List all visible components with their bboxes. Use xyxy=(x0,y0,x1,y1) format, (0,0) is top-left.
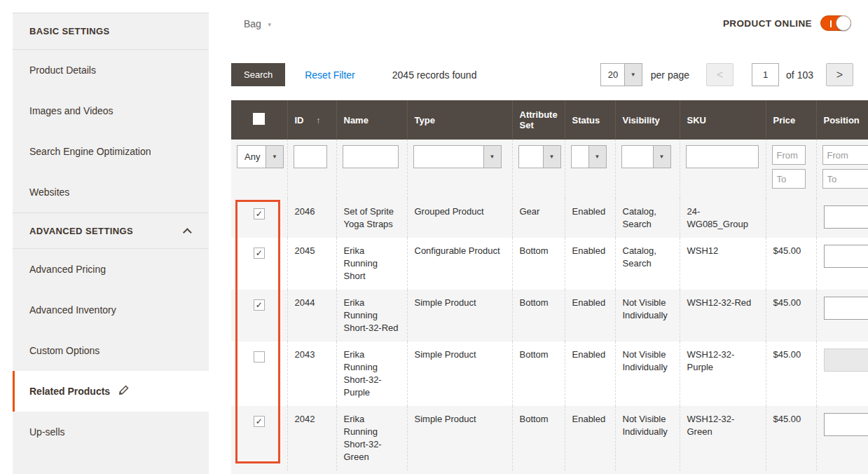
column-header-position[interactable]: Position xyxy=(816,100,868,140)
filter-type-select[interactable]: ▼ xyxy=(413,145,502,168)
cell-id: 2042 xyxy=(287,406,336,470)
reset-filter-link[interactable]: Reset Filter xyxy=(305,69,355,81)
filter-status-select[interactable]: ▼ xyxy=(571,145,607,168)
cell-status: Enabled xyxy=(565,238,615,290)
sidebar-item-websites[interactable]: Websites xyxy=(13,172,209,212)
filter-attribute-set-select[interactable]: ▼ xyxy=(518,145,561,168)
column-header-id[interactable]: ID ↑ xyxy=(287,100,336,140)
row-checkbox[interactable]: ✓ xyxy=(254,299,265,311)
table-row: 2043 Erika Running Short-32-Purple Simpl… xyxy=(231,341,868,406)
column-header-sku[interactable]: SKU xyxy=(680,100,766,140)
scope-selector[interactable]: Bag ▼ xyxy=(244,18,273,29)
sidebar-item-related-products[interactable]: Related Products xyxy=(13,371,209,412)
cell-price: $45.00 xyxy=(766,290,816,341)
sidebar-item-images-videos[interactable]: Images and Videos xyxy=(13,90,209,131)
toggle-knob[interactable] xyxy=(836,15,851,31)
sidebar-item-product-details[interactable]: Product Details xyxy=(13,50,209,90)
cell-type: Configurable Product xyxy=(407,238,512,290)
cell-attribute-set: Bottom xyxy=(512,406,565,470)
column-header-price[interactable]: Price xyxy=(766,100,816,140)
cell-visibility: Not Visible Individually xyxy=(615,341,680,406)
cell-id: 2045 xyxy=(287,238,336,290)
position-input[interactable] xyxy=(824,297,868,320)
per-page-select[interactable]: 20 ▼ xyxy=(600,63,642,86)
search-button[interactable]: Search xyxy=(231,63,285,86)
caret-down-icon: ▼ xyxy=(483,146,501,168)
previous-page-button[interactable]: < xyxy=(706,63,733,86)
caret-down-icon: ▼ xyxy=(653,146,670,168)
related-products-panel: Bag ▼ PRODUCT ONLINE Search Reset Filter… xyxy=(231,0,868,474)
section-advanced-settings[interactable]: ADVANCED SETTINGS xyxy=(13,212,209,249)
cell-price xyxy=(766,198,816,238)
filter-position-from-input[interactable] xyxy=(822,145,868,165)
cell-type: Simple Product xyxy=(407,406,512,470)
chevron-up-icon[interactable] xyxy=(183,228,192,237)
sidebar-item-up-sells[interactable]: Up-sells xyxy=(13,412,209,452)
chevron-left-icon: < xyxy=(717,69,723,81)
filter-position-to-input[interactable] xyxy=(822,169,868,189)
section-title: ADVANCED SETTINGS xyxy=(29,226,133,236)
settings-sidebar: BASIC SETTINGS Product Details Images an… xyxy=(13,13,209,474)
sidebar-item-advanced-inventory[interactable]: Advanced Inventory xyxy=(13,290,209,330)
products-grid: ID ↑ Name Type Attribute Set Status Visi… xyxy=(231,100,868,474)
product-online-label: PRODUCT ONLINE xyxy=(723,18,812,29)
cell-visibility: Not Visible Individually xyxy=(615,406,680,470)
cell-attribute-set: Bottom xyxy=(512,238,565,290)
filter-name-input[interactable] xyxy=(343,145,399,168)
product-online-toggle[interactable] xyxy=(820,15,851,31)
cell-sku: WSH12-32-Red xyxy=(680,290,766,341)
column-header-visibility[interactable]: Visibility xyxy=(615,100,680,140)
cell-type: Simple Product xyxy=(407,341,512,406)
cell-visibility: Not Visible Individually xyxy=(615,290,680,341)
row-checkbox[interactable]: ✓ xyxy=(254,208,265,219)
cell-sku: WSH12-32-Purple xyxy=(680,341,766,406)
next-page-button[interactable]: > xyxy=(826,63,853,86)
column-header-name[interactable]: Name xyxy=(336,100,407,140)
section-title: BASIC SETTINGS xyxy=(29,26,110,36)
position-input[interactable] xyxy=(824,245,868,268)
toggle-on-mark xyxy=(830,20,832,27)
filter-price-to-input[interactable] xyxy=(772,169,806,189)
sidebar-item-advanced-pricing[interactable]: Advanced Pricing xyxy=(13,249,209,290)
column-header-attribute-set[interactable]: Attribute Set xyxy=(512,100,565,140)
page-number-input[interactable] xyxy=(752,63,779,86)
cell-sku: 24-WG085_Group xyxy=(680,198,766,238)
cell-type: Grouped Product xyxy=(407,198,512,238)
sidebar-item-custom-options[interactable]: Custom Options xyxy=(13,330,209,371)
cell-id: 2046 xyxy=(287,198,336,238)
cell-attribute-set: Gear xyxy=(512,198,565,238)
cell-price: $45.00 xyxy=(766,238,816,290)
table-row: ✓ 2042 Erika Running Short-32-Green Simp… xyxy=(231,406,868,470)
pencil-icon xyxy=(118,385,129,398)
cell-price: $45.00 xyxy=(766,406,816,470)
chevron-right-icon: > xyxy=(836,69,843,81)
cell-name: Erika Running Short-32-Green xyxy=(336,406,407,470)
position-input[interactable] xyxy=(824,205,868,229)
column-header-type[interactable]: Type xyxy=(407,100,512,140)
select-rows-filter[interactable]: Any ▼ xyxy=(237,145,284,168)
caret-down-icon: ▼ xyxy=(588,146,606,168)
filter-sku-input[interactable] xyxy=(686,145,759,168)
filter-id-input[interactable] xyxy=(294,145,327,168)
sort-ascending-icon: ↑ xyxy=(316,116,320,126)
caret-down-icon: ▼ xyxy=(543,146,560,168)
sidebar-item-seo[interactable]: Search Engine Optimization xyxy=(13,131,209,172)
cell-attribute-set: Bottom xyxy=(512,290,565,341)
records-found-text: 2045 records found xyxy=(392,69,477,81)
cell-sku: WSH12 xyxy=(680,238,766,290)
column-header-status[interactable]: Status xyxy=(565,100,615,140)
row-checkbox[interactable]: ✓ xyxy=(254,416,265,427)
cell-visibility: Catalog, Search xyxy=(615,198,680,238)
caret-down-icon: ▼ xyxy=(266,146,283,168)
row-checkbox[interactable]: ✓ xyxy=(254,248,265,259)
filter-visibility-select[interactable]: ▼ xyxy=(621,145,671,168)
position-input[interactable] xyxy=(824,348,868,372)
cell-type: Simple Product xyxy=(407,290,512,341)
position-input[interactable] xyxy=(824,413,868,436)
select-all-checkbox[interactable] xyxy=(253,113,265,125)
filter-price-from-input[interactable] xyxy=(772,145,806,165)
row-checkbox[interactable] xyxy=(254,351,265,363)
cell-attribute-set: Bottom xyxy=(512,341,565,406)
cell-status: Enabled xyxy=(565,341,615,406)
section-basic-settings: BASIC SETTINGS xyxy=(13,13,209,50)
